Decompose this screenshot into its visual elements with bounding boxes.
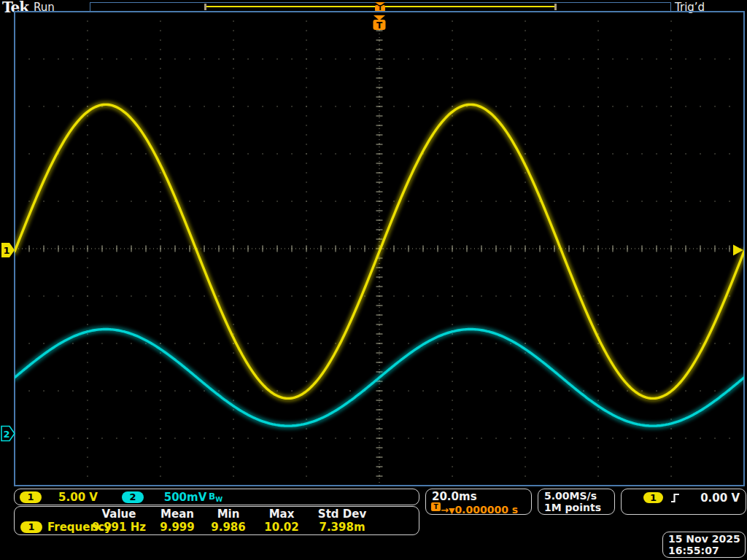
ch2-ground-marker[interactable]: 2 xyxy=(1,427,15,441)
meas-max: 10.02 xyxy=(249,521,314,534)
timebase-readout[interactable]: 20.0ms T→▼0.000000 s xyxy=(425,489,532,515)
meas-header-value: Value xyxy=(86,508,152,521)
meas-source-badge: 1 xyxy=(20,521,42,533)
trigger-readout[interactable]: 1 0.00 V xyxy=(621,489,746,515)
svg-text:2: 2 xyxy=(3,429,9,440)
delay-value: 0.000000 s xyxy=(454,504,518,516)
ch1-trace xyxy=(15,104,744,398)
delay-arrow-icon: → xyxy=(441,505,449,516)
sample-rate: 5.00MS/s xyxy=(544,490,597,502)
measurement-panel[interactable]: Value Mean Min Max Std Dev 1 Frequency 9… xyxy=(14,506,419,535)
bandwidth-limit-icon: BW xyxy=(209,491,222,503)
trigger-level: 0.00 V xyxy=(693,491,740,505)
ch1-scale: 5.00 V xyxy=(47,491,109,504)
ch1-badge: 1 xyxy=(20,491,42,503)
meas-header-stddev: Std Dev xyxy=(306,508,379,521)
graticule: T 1 2 xyxy=(0,0,747,560)
ch1-ground-marker[interactable]: 1 xyxy=(1,243,15,257)
timebase-scale: 20.0ms xyxy=(432,490,477,503)
svg-text:1: 1 xyxy=(3,245,9,256)
trigger-t-icon: T xyxy=(431,502,441,511)
meas-value: 9.991 Hz xyxy=(86,521,152,534)
trigger-slope-rising-icon xyxy=(670,491,681,504)
record-length: 1M points xyxy=(544,502,601,513)
channel-readouts[interactable]: 1 5.00 V 2 500mV BW xyxy=(14,489,419,505)
svg-text:T: T xyxy=(376,20,383,31)
ch2-badge: 2 xyxy=(122,491,144,503)
time-text: 16:55:07 xyxy=(668,545,745,556)
date-text: 15 Nov 2025 xyxy=(668,533,745,545)
oscilloscope-screen: Tek Run Trig’d T T xyxy=(0,0,747,560)
meas-stddev: 7.398m xyxy=(306,521,379,534)
horizontal-delay-readout: T→▼0.000000 s xyxy=(431,502,518,513)
datetime-box: 15 Nov 2025 16:55:07 xyxy=(662,532,746,558)
meas-header-max: Max xyxy=(249,508,314,521)
trigger-source-badge: 1 xyxy=(643,492,663,503)
trigger-position-marker[interactable]: T xyxy=(374,15,386,31)
acquisition-readout[interactable]: 5.00MS/s 1M points xyxy=(538,489,615,515)
